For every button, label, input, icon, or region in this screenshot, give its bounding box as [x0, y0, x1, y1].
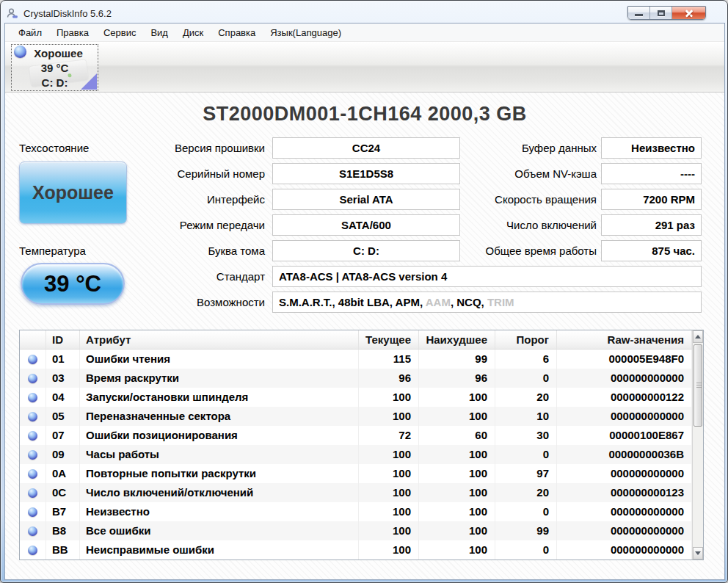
smart-table-body: IDАтрибутТекущееНаихудшееПорогRaw-значен…: [20, 330, 692, 560]
current-cell: 72: [359, 426, 419, 445]
raw-cell: 000000000000: [557, 521, 692, 540]
smart-attributes-table: IDАтрибутТекущееНаихудшееПорогRaw-значен…: [19, 330, 704, 560]
current-cell: 100: [359, 483, 419, 502]
raw-cell: 000000000000: [557, 540, 692, 560]
threshold-cell: 20: [495, 388, 557, 407]
attribute-cell: Ошибки позиционирования: [80, 426, 359, 445]
mid-field-0-value-box: CC24: [272, 137, 460, 159]
raw-cell: 000000000000: [557, 502, 692, 521]
table-row[interactable]: 0CЧисло включений/отключений100100200000…: [20, 483, 692, 502]
features-label: Возможности: [108, 292, 265, 313]
menu-item[interactable]: Сервис: [96, 24, 144, 41]
threshold-cell: 0: [495, 369, 557, 388]
id-cell: B8: [46, 521, 80, 540]
right-field-0-label: Буфер данных: [445, 137, 597, 159]
standard-value-box: ATA8-ACS | ATA8-ACS version 4: [272, 266, 702, 287]
status-cell: [20, 350, 46, 369]
mid-field-2-value-box: Serial ATA: [272, 189, 460, 210]
right-field-0-value-box: Неизвестно: [601, 137, 702, 159]
menu-item[interactable]: Вид: [143, 24, 175, 41]
table-scrollbar[interactable]: [692, 330, 703, 560]
menu-item[interactable]: Справка: [211, 24, 263, 41]
scrollbar-up-button[interactable]: [693, 330, 703, 343]
attribute-cell: Запуски/остановки шпинделя: [80, 388, 359, 407]
status-cell: [20, 426, 46, 445]
column-header[interactable]: Текущее: [359, 330, 419, 349]
id-cell: 07: [46, 426, 80, 445]
close-button[interactable]: [672, 7, 705, 19]
id-cell: 03: [46, 369, 80, 388]
status-orb-icon: [28, 450, 37, 460]
menu-item[interactable]: Файл: [11, 24, 49, 41]
drive-model-title: ST2000DM001-1CH164 2000,3 GB: [5, 103, 724, 126]
scrollbar-down-button[interactable]: [693, 547, 703, 560]
worst-cell: 100: [419, 502, 495, 521]
threshold-cell: 0: [495, 502, 557, 521]
attribute-cell: Неисправимые ошибки: [80, 540, 359, 560]
status-orb-icon: [28, 507, 37, 517]
title-bar: CrystalDiskInfo 5.6.2: [7, 4, 112, 22]
column-header[interactable]: Порог: [495, 330, 557, 349]
table-row[interactable]: 05Переназначенные сектора100100100000000…: [20, 407, 692, 426]
features-value-box: S.M.A.R.T., 48bit LBA, APM, AAM, NCQ, TR…: [272, 292, 702, 313]
column-header[interactable]: [20, 330, 46, 349]
column-header[interactable]: ID: [46, 330, 80, 349]
current-cell: 100: [359, 445, 419, 464]
threshold-cell: 20: [495, 483, 557, 502]
current-cell: 100: [359, 502, 419, 521]
mid-field-2-label: Интерфейс: [108, 189, 265, 210]
menu-item[interactable]: Язык(Language): [263, 24, 349, 41]
maximize-icon: [658, 10, 665, 16]
minimize-button[interactable]: [628, 7, 650, 19]
drive-tab[interactable]: Хорошее 39 °C C: D:: [11, 44, 98, 91]
status-cell: [20, 502, 46, 521]
table-row[interactable]: 04Запуски/остановки шпинделя100100200000…: [20, 388, 692, 407]
id-cell: 04: [46, 388, 80, 407]
health-orb-icon: [14, 46, 26, 58]
attribute-cell: Часы работы: [80, 445, 359, 464]
id-cell: 01: [46, 350, 80, 369]
table-row[interactable]: B7Неизвестно1001000000000000000: [20, 502, 692, 521]
worst-cell: 100: [419, 445, 495, 464]
status-orb-icon: [28, 393, 37, 402]
status-cell: [20, 521, 46, 540]
threshold-cell: 99: [495, 521, 557, 540]
current-cell: 100: [359, 407, 419, 426]
maximize-button[interactable]: [650, 7, 672, 19]
window-controls: [627, 6, 706, 20]
column-header[interactable]: Атрибут: [80, 330, 359, 349]
right-field-1-label: Объем NV-кэша: [445, 163, 597, 184]
standard-label: Стандарт: [108, 266, 265, 287]
table-row[interactable]: BBНеисправимые ошибки1001000000000000000: [20, 540, 692, 560]
raw-cell: 000000000123: [557, 483, 692, 502]
scrollbar-thumb[interactable]: [694, 344, 702, 427]
table-row[interactable]: 09Часы работы100100000000000036B: [20, 445, 692, 464]
right-field-2-label: Скорость вращения: [445, 189, 597, 210]
mid-field-3-label: Режим передачи: [108, 214, 265, 236]
worst-cell: 100: [419, 464, 495, 483]
attribute-cell: Повторные попытки раскрутки: [80, 464, 359, 483]
temperature-text: 39 °C: [44, 271, 101, 297]
status-orb-icon: [28, 546, 37, 555]
worst-cell: 100: [419, 540, 495, 560]
current-cell: 96: [359, 369, 419, 388]
column-header[interactable]: Raw-значения: [557, 330, 692, 349]
minimize-icon: [635, 14, 643, 16]
table-row[interactable]: B8Все ошибки10010099000000000000: [20, 521, 692, 540]
menu-item[interactable]: Правка: [49, 24, 96, 41]
threshold-cell: 6: [495, 350, 557, 369]
arrow-up-icon: [695, 335, 701, 338]
feature-unsupported: AAM: [426, 296, 451, 308]
id-cell: 0C: [46, 483, 80, 502]
tab-selected-corner-icon: [81, 73, 97, 90]
table-row[interactable]: 01Ошибки чтения115996000005E948F0: [20, 350, 692, 369]
raw-cell: 000000000000: [557, 464, 692, 483]
table-row[interactable]: 0AПовторные попытки раскрутки10010097000…: [20, 464, 692, 483]
raw-cell: 00000100E867: [557, 426, 692, 445]
menu-item[interactable]: Диск: [175, 24, 211, 41]
table-row[interactable]: 03Время раскрутки96960000000000000: [20, 369, 692, 388]
status-orb-icon: [28, 355, 37, 364]
table-row[interactable]: 07Ошибки позиционирования72603000000100E…: [20, 426, 692, 445]
column-header[interactable]: Наихудшее: [419, 330, 495, 349]
feature-supported: S.M.A.R.T., 48bit LBA, APM,: [279, 296, 426, 308]
